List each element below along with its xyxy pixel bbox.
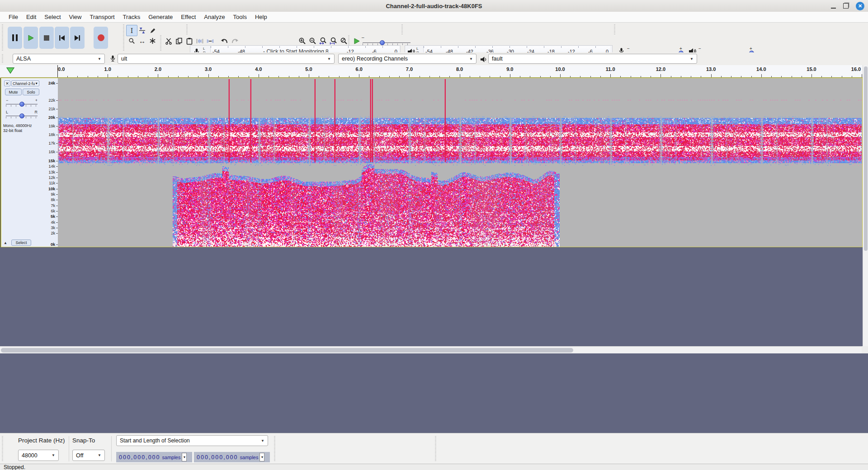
- horizontal-scrollbar-thumb[interactable]: [1, 348, 573, 352]
- fit-selection-icon: [319, 37, 327, 45]
- selection-start-field[interactable]: 000,000,000 samples ▼: [116, 452, 192, 462]
- menu-view[interactable]: View: [65, 13, 86, 21]
- time-toolbar-grip[interactable]: [274, 436, 275, 461]
- menu-tools[interactable]: Tools: [229, 13, 251, 21]
- device-toolbar-grip[interactable]: [2, 54, 3, 63]
- menu-select[interactable]: Select: [40, 13, 65, 21]
- selbar-end-grip[interactable]: [435, 436, 436, 461]
- menu-edit[interactable]: Edit: [22, 13, 40, 21]
- play-at-speed-button[interactable]: [351, 35, 362, 47]
- menu-help[interactable]: Help: [251, 13, 271, 21]
- skip-to-end-button[interactable]: [70, 27, 85, 49]
- silence-audio-button[interactable]: [204, 35, 216, 47]
- playhead-cursor[interactable]: [57, 65, 58, 78]
- input-device-select[interactable]: ult▼: [118, 54, 335, 64]
- trim-audio-icon: [196, 38, 203, 45]
- project-rate-select[interactable]: 48000▼: [18, 450, 59, 461]
- audio-host-select[interactable]: ALSA▼: [13, 54, 105, 64]
- input-channels-select[interactable]: ereo) Recording Channels▼: [338, 54, 476, 64]
- timeline-label: 16.0: [851, 66, 861, 72]
- menu-generate[interactable]: Generate: [144, 13, 177, 21]
- menu-analyze[interactable]: Analyze: [200, 13, 229, 21]
- paste-icon: [186, 38, 193, 45]
- edit-toolbar-grip[interactable]: [160, 35, 161, 51]
- play-meter-grip[interactable]: [401, 24, 403, 35]
- selection-tool-button[interactable]: I: [126, 25, 137, 36]
- input-device-value: ult: [121, 56, 127, 62]
- horizontal-scrollbar[interactable]: [0, 346, 862, 353]
- selection-mode-select[interactable]: Start and Length of Selection▼: [116, 435, 268, 446]
- timeline-options-icon[interactable]: [6, 67, 15, 74]
- freq-label-22k: 22k: [48, 98, 55, 103]
- skip-to-start-button[interactable]: [55, 27, 69, 49]
- timeline-tick: [660, 74, 661, 78]
- timeline-ruler[interactable]: 0.01.02.03.04.05.06.07.08.09.010.011.012…: [57, 65, 863, 78]
- multi-tool-button[interactable]: [147, 35, 158, 47]
- time-shift-tool-button[interactable]: ↔: [137, 35, 148, 47]
- chevron-down-icon: ▼: [95, 57, 101, 61]
- zoom-tool-button[interactable]: [126, 35, 137, 47]
- menu-transport[interactable]: Transport: [85, 13, 118, 21]
- stop-button[interactable]: [39, 27, 54, 49]
- record-button[interactable]: [94, 27, 108, 49]
- track-name: Channel-2-fu: [13, 81, 35, 86]
- project-rate-label: Project Rate (Hz): [18, 437, 65, 444]
- solo-button[interactable]: Solo: [23, 89, 39, 95]
- menu-file[interactable]: File: [5, 13, 22, 21]
- mixer-toolbar-grip[interactable]: [614, 24, 615, 35]
- timeline-label: 14.0: [756, 66, 766, 72]
- menu-effect[interactable]: Effect: [177, 13, 200, 21]
- redo-button[interactable]: [229, 35, 241, 47]
- collapse-track-button[interactable]: ▲: [4, 241, 7, 245]
- track-close-button[interactable]: ✕: [4, 80, 10, 86]
- minimize-button[interactable]: [831, 4, 836, 9]
- play-button[interactable]: [24, 27, 38, 49]
- vertical-scrollbar[interactable]: [863, 65, 868, 346]
- trim-audio-button[interactable]: [194, 35, 205, 47]
- copy-button[interactable]: [173, 35, 184, 47]
- freq-label-24k: 24k: [48, 81, 55, 85]
- play-speed-slider[interactable]: [363, 42, 410, 43]
- cut-button[interactable]: [163, 35, 174, 47]
- selection-toolbar-grip[interactable]: [2, 436, 3, 461]
- timeline-tick: [259, 74, 259, 78]
- snap-to-select[interactable]: Off▼: [72, 450, 105, 461]
- play-speed-thumb[interactable]: [380, 40, 385, 45]
- fit-selection-button[interactable]: [317, 35, 329, 47]
- selection-length-unit: samples: [240, 455, 259, 460]
- menu-tracks[interactable]: Tracks: [119, 13, 145, 21]
- record-meter-grip[interactable]: [186, 24, 188, 35]
- output-device-select[interactable]: fault▼: [488, 54, 697, 64]
- chevron-down-icon[interactable]: ▼: [182, 453, 187, 461]
- input-device-icon: [109, 55, 116, 62]
- paste-button[interactable]: [184, 35, 195, 47]
- chevron-down-icon[interactable]: ▼: [259, 453, 264, 461]
- spectrogram-canvas[interactable]: [58, 78, 862, 247]
- zoom-in-button[interactable]: [297, 35, 308, 47]
- gain-thumb[interactable]: [19, 102, 24, 107]
- vertical-scrollbar-thumb[interactable]: [864, 66, 868, 251]
- timeline-tick: [409, 74, 410, 78]
- selection-length-field[interactable]: 000,000,000 samples ▼: [194, 452, 270, 462]
- play-speed-grip[interactable]: [348, 35, 349, 46]
- transport-toolbar-grip[interactable]: [2, 24, 3, 51]
- pause-button[interactable]: [8, 27, 22, 49]
- mute-button[interactable]: Mute: [5, 89, 22, 95]
- fit-project-button[interactable]: [328, 35, 339, 47]
- envelope-tool-button[interactable]: [137, 25, 148, 36]
- fit-project-icon: [330, 37, 337, 45]
- gain-slider[interactable]: − +: [6, 98, 38, 108]
- track-select-button[interactable]: Select: [11, 240, 31, 246]
- maximize-button[interactable]: [843, 3, 849, 9]
- snap-to-label: Snap-To: [72, 437, 95, 444]
- undo-button[interactable]: [219, 35, 230, 47]
- pan-slider[interactable]: L R: [6, 110, 38, 120]
- close-button[interactable]: ✕: [856, 2, 864, 10]
- draw-tool-button[interactable]: [147, 25, 158, 36]
- freq-label-9k: 9k: [51, 192, 55, 197]
- play-volume-min: −: [698, 46, 701, 51]
- pan-thumb[interactable]: [19, 113, 24, 118]
- tools-toolbar-grip[interactable]: [123, 24, 124, 51]
- track-menu-button[interactable]: Channel-2-fu▼: [11, 80, 39, 86]
- zoom-out-button[interactable]: [307, 35, 318, 47]
